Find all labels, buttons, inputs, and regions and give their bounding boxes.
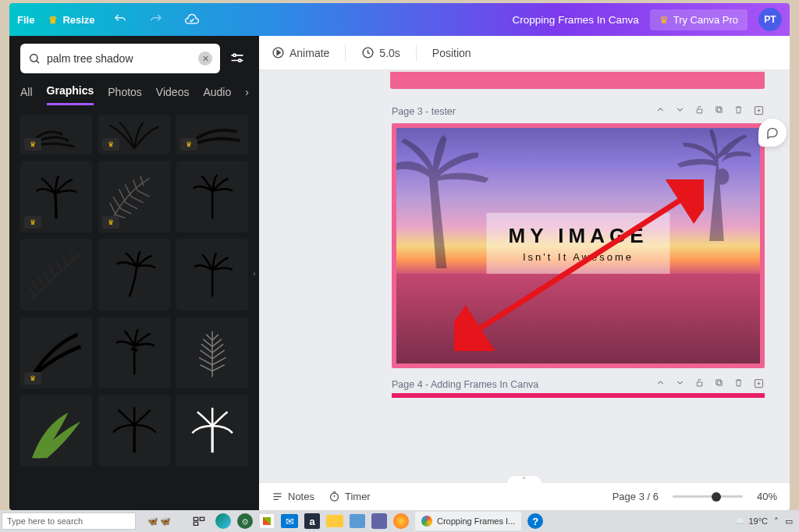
search-box[interactable]: ✕ bbox=[20, 44, 220, 73]
filter-button[interactable] bbox=[226, 48, 248, 69]
page-title[interactable]: Page 4 - Adding Frames In Canva bbox=[392, 379, 655, 390]
pro-badge: ♛ bbox=[24, 138, 41, 151]
app-window: File ♛ Resize Cropping Frames In Canva ♛… bbox=[9, 3, 790, 510]
app-icon[interactable] bbox=[259, 513, 275, 529]
pro-badge: ♛ bbox=[102, 216, 119, 229]
comment-button[interactable] bbox=[758, 119, 787, 147]
graphic-item[interactable] bbox=[20, 239, 92, 310]
lock-page-button[interactable] bbox=[694, 378, 705, 392]
resize-label: Resize bbox=[62, 14, 94, 26]
previous-page-peek bbox=[390, 72, 765, 89]
mail-icon[interactable]: ✉ bbox=[281, 514, 298, 528]
graphic-item[interactable] bbox=[176, 161, 248, 232]
tabs-scroll-right[interactable]: › bbox=[245, 86, 249, 105]
text-overlay[interactable]: MY IMAGE Isn't It Awesome bbox=[487, 213, 670, 274]
duration-button[interactable]: 5.0s bbox=[361, 46, 400, 59]
collapse-panel-button[interactable]: ‹ bbox=[249, 246, 259, 300]
lock-page-button[interactable] bbox=[694, 105, 705, 119]
move-page-down-button[interactable] bbox=[675, 378, 685, 392]
svg-rect-17 bbox=[717, 381, 722, 385]
svg-point-7 bbox=[130, 348, 133, 351]
firefox-icon[interactable] bbox=[393, 513, 409, 529]
graphic-item[interactable]: ♛ bbox=[20, 317, 92, 388]
move-page-up-button[interactable] bbox=[655, 105, 666, 119]
animate-label: Animate bbox=[289, 47, 329, 59]
cloud-save-icon[interactable] bbox=[181, 9, 203, 30]
graphics-results: ♛ ♛ ♛ ♛ ♛ ♛ bbox=[9, 105, 259, 510]
graphic-item[interactable]: ♛ bbox=[98, 115, 170, 154]
timer-button[interactable]: Timer bbox=[328, 491, 371, 502]
crown-icon: ♛ bbox=[659, 14, 669, 26]
tab-photos[interactable]: Photos bbox=[108, 86, 142, 105]
windows-search[interactable]: Type here to search bbox=[2, 512, 136, 530]
file-menu[interactable]: File bbox=[17, 14, 34, 26]
animate-button[interactable]: Animate bbox=[272, 46, 329, 59]
delete-page-button[interactable] bbox=[733, 105, 744, 119]
svg-point-0 bbox=[30, 55, 37, 62]
design-page[interactable]: MY IMAGE Isn't It Awesome bbox=[392, 123, 765, 368]
svg-rect-16 bbox=[697, 382, 702, 386]
position-button[interactable]: Position bbox=[432, 47, 471, 59]
weather-widget[interactable]: ☁️ 19°C bbox=[734, 516, 768, 527]
search-input[interactable] bbox=[47, 52, 192, 65]
canvas-area[interactable]: Page 3 - tester bbox=[259, 70, 790, 482]
edge-icon[interactable] bbox=[215, 513, 231, 529]
document-title[interactable]: Cropping Frames In Canva bbox=[513, 14, 639, 26]
graphic-item[interactable]: ♛ bbox=[176, 115, 248, 154]
tray-chevron[interactable]: ˄ bbox=[774, 516, 779, 527]
undo-button[interactable] bbox=[109, 9, 131, 30]
news-widget[interactable]: 🦋🦋 bbox=[136, 516, 183, 527]
graphic-item[interactable]: ♛ bbox=[98, 161, 170, 232]
tab-graphics[interactable]: Graphics bbox=[47, 84, 94, 105]
clear-search-button[interactable]: ✕ bbox=[198, 51, 212, 66]
amazon-icon[interactable]: a bbox=[304, 513, 320, 529]
task-view-icon[interactable] bbox=[189, 512, 209, 530]
explorer-icon[interactable] bbox=[326, 515, 343, 527]
page-title[interactable]: Page 3 - tester bbox=[392, 106, 655, 117]
zoom-level[interactable]: 40% bbox=[757, 491, 777, 502]
redo-button[interactable] bbox=[145, 9, 167, 30]
graphic-item[interactable] bbox=[176, 317, 248, 388]
duplicate-page-button[interactable] bbox=[714, 105, 724, 119]
app-icon[interactable]: ⊙ bbox=[237, 513, 253, 529]
tab-all[interactable]: All bbox=[20, 86, 33, 105]
graphic-item[interactable] bbox=[176, 395, 248, 466]
page-indicator[interactable]: Page 3 / 6 bbox=[613, 491, 659, 502]
tab-audio[interactable]: Audio bbox=[203, 86, 231, 105]
move-page-down-button[interactable] bbox=[675, 105, 685, 119]
notes-button[interactable]: Notes bbox=[272, 491, 314, 502]
slider-thumb[interactable] bbox=[712, 492, 721, 502]
duration-label: 5.0s bbox=[379, 47, 400, 59]
timer-label: Timer bbox=[345, 491, 371, 502]
taskbar-window[interactable]: Cropping Frames I... bbox=[415, 512, 521, 530]
graphic-item[interactable] bbox=[176, 239, 248, 310]
graphic-item[interactable]: ♛ bbox=[20, 115, 92, 154]
graphic-item[interactable]: ♛ bbox=[20, 161, 92, 232]
chrome-icon bbox=[421, 516, 432, 527]
pro-badge: ♛ bbox=[180, 138, 197, 151]
user-avatar[interactable]: PT bbox=[758, 8, 782, 31]
resize-button[interactable]: ♛ Resize bbox=[48, 14, 94, 26]
add-page-button[interactable] bbox=[753, 105, 765, 119]
pro-badge: ♛ bbox=[24, 216, 41, 229]
app-icon[interactable] bbox=[371, 513, 387, 529]
tray-icon[interactable]: ▭ bbox=[785, 516, 793, 527]
windows-taskbar: Type here to search 🦋🦋 ⊙ ✉ a Cropping Fr… bbox=[0, 510, 799, 532]
page-block: Page 3 - tester bbox=[392, 105, 765, 368]
pro-badge: ♛ bbox=[24, 372, 41, 385]
expand-pages-button[interactable]: ⌃ bbox=[506, 475, 542, 483]
graphic-item[interactable] bbox=[98, 239, 170, 310]
search-icon bbox=[28, 52, 41, 65]
zoom-slider[interactable] bbox=[673, 495, 743, 498]
graphic-item[interactable] bbox=[98, 317, 170, 388]
graphic-item[interactable] bbox=[98, 395, 170, 466]
help-icon[interactable]: ? bbox=[527, 513, 543, 529]
tab-videos[interactable]: Videos bbox=[156, 86, 190, 105]
delete-page-button[interactable] bbox=[733, 378, 744, 392]
move-page-up-button[interactable] bbox=[655, 378, 666, 392]
graphic-item[interactable] bbox=[20, 395, 92, 466]
duplicate-page-button[interactable] bbox=[714, 378, 724, 392]
try-pro-button[interactable]: ♛ Try Canva Pro bbox=[650, 9, 748, 30]
app-icon[interactable] bbox=[350, 514, 365, 528]
add-page-button[interactable] bbox=[753, 378, 765, 392]
